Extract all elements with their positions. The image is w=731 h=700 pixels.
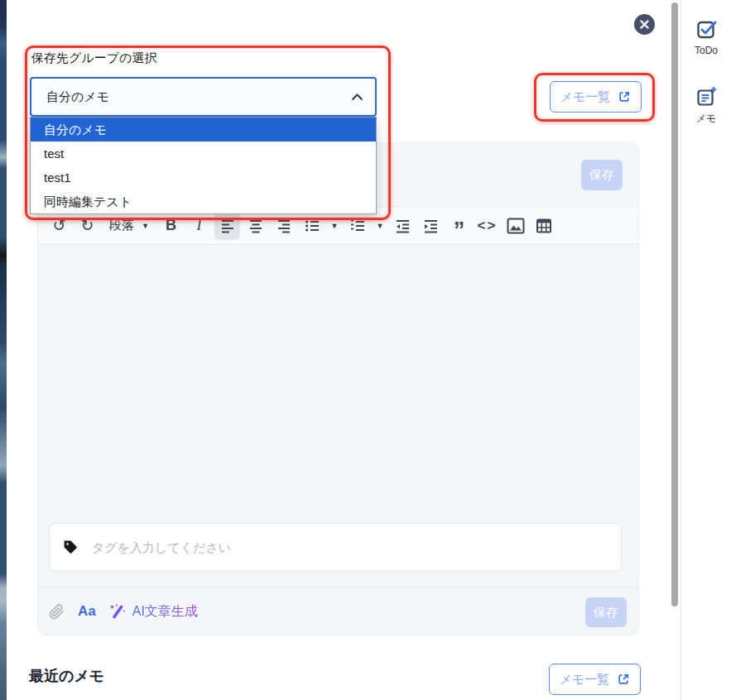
group-option[interactable]: 自分のメモ [31,117,376,141]
undo-icon: ↺ [53,218,66,233]
right-sidebar: ToDo メモ [681,0,731,700]
redo-button[interactable]: ↻ [75,212,100,240]
memo-list-button-top[interactable]: メモ一覧 [550,81,642,113]
text-style-button[interactable]: Aa [78,603,96,620]
outdent-icon [394,218,411,234]
insert-image-button[interactable] [503,212,528,240]
close-icon [639,19,650,30]
scrollbar-thumb[interactable] [671,2,678,607]
tag-input-box [49,523,622,572]
sidebar-item-memo[interactable]: メモ [681,85,731,126]
code-icon: <> [478,218,498,234]
indent-button[interactable] [418,212,444,240]
external-link-icon [618,90,631,103]
italic-button[interactable]: I [186,212,212,240]
group-option[interactable]: test1 [31,165,376,189]
bullet-list-icon [304,218,320,234]
sidebar-item-todo[interactable]: ToDo [681,18,731,56]
memo-editor-card: 保存 ↺ ↻ 段落 ▼ B I [37,142,639,635]
ordered-list-button[interactable] [344,212,370,240]
dropdown-caret-icon: ▼ [331,222,339,230]
align-right-icon [276,218,292,234]
align-center-button[interactable] [243,212,268,240]
external-link-icon [617,673,630,686]
table-icon [536,218,552,234]
paragraph-style-label: 段落 [109,218,134,233]
group-select-label: 保存先グループの選択 [31,50,156,66]
bold-button[interactable]: B [158,212,184,240]
save-button-bottom[interactable]: 保存 [585,597,627,627]
memo-note-icon [695,85,718,108]
tag-input[interactable] [90,539,608,555]
align-center-icon [248,218,264,234]
group-select[interactable]: 自分のメモ [30,77,377,117]
dropdown-caret-icon: ▼ [142,222,149,230]
attachment-icon[interactable] [49,604,65,620]
dropdown-caret-icon: ▼ [377,222,384,230]
blockquote-icon: ” [454,226,465,235]
group-option[interactable]: 同時編集テスト [31,189,376,213]
outdent-button[interactable] [390,212,416,240]
todo-checkbox-icon [695,18,718,41]
ordered-list-caret[interactable]: ▼ [373,212,387,240]
italic-icon: I [197,217,202,234]
ai-generate-label: AI文章生成 [132,603,198,621]
magic-wand-icon [109,603,126,620]
align-left-icon [219,218,236,234]
undo-button[interactable]: ↺ [46,212,72,240]
close-button[interactable] [634,14,655,35]
indent-icon [422,218,440,234]
save-button-top[interactable]: 保存 [581,160,623,190]
group-option[interactable]: test [31,141,376,165]
chevron-up-icon [351,93,363,101]
insert-table-button[interactable] [531,212,556,240]
editor-bottom-row: Aa AI文章生成 [38,587,638,635]
group-select-value: 自分のメモ [31,89,351,105]
memo-list-button-bottom[interactable]: メモ一覧 [549,664,641,695]
sidebar-item-label: ToDo [695,45,718,56]
memo-list-button-label: メモ一覧 [560,89,611,105]
background-page-sliver [0,0,7,700]
redo-icon: ↻ [81,218,94,233]
image-icon [507,218,525,234]
blockquote-button[interactable]: ” [446,212,472,240]
bullet-list-button[interactable] [299,212,325,240]
tag-icon [63,539,79,555]
paragraph-style-dropdown[interactable]: 段落 ▼ [103,212,156,240]
ordered-list-icon [349,218,366,234]
bold-icon: B [166,217,176,234]
ai-generate-button[interactable]: AI文章生成 [109,603,198,621]
code-button[interactable]: <> [474,212,500,240]
align-left-button[interactable] [214,212,240,240]
bullet-list-caret[interactable]: ▼ [327,212,342,240]
align-right-button[interactable] [271,212,296,240]
group-select-listbox: 自分のメモ test test1 同時編集テスト [30,117,377,214]
recent-memos-heading: 最近のメモ [29,666,104,686]
memo-list-button-label: メモ一覧 [560,672,610,688]
memo-modal: 保存先グループの選択 自分のメモ 自分のメモ test test1 同時編集テス… [0,0,731,700]
sidebar-item-label: メモ [696,112,717,126]
